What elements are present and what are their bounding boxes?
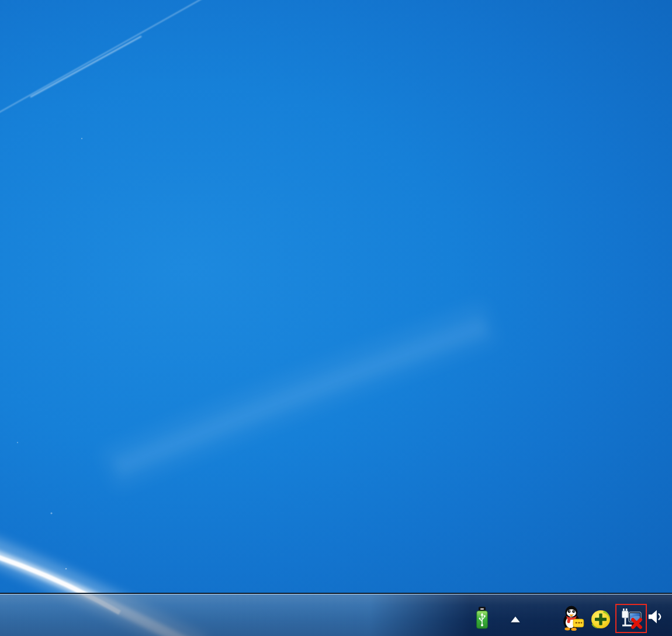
360-safety-icon[interactable] (589, 609, 612, 629)
volume-icon[interactable] (646, 607, 666, 626)
chevron-up-icon: ▲ (511, 615, 520, 623)
wallpaper-specks (17, 138, 82, 570)
usb-icon-graphic (476, 607, 488, 629)
network-tray-icon[interactable] (615, 604, 647, 633)
speaker-icon-graphic (647, 608, 664, 625)
qq-icon[interactable] (562, 605, 585, 631)
360-icon-graphic (590, 610, 612, 629)
usb-device-icon[interactable] (475, 606, 489, 630)
network-disconnected-icon (619, 607, 643, 630)
qq-icon-graphic (562, 605, 585, 631)
desktop: ▲ (0, 0, 672, 636)
show-hidden-icons-button[interactable]: ▲ (503, 609, 528, 628)
wallpaper-light-streaks (0, 0, 672, 636)
